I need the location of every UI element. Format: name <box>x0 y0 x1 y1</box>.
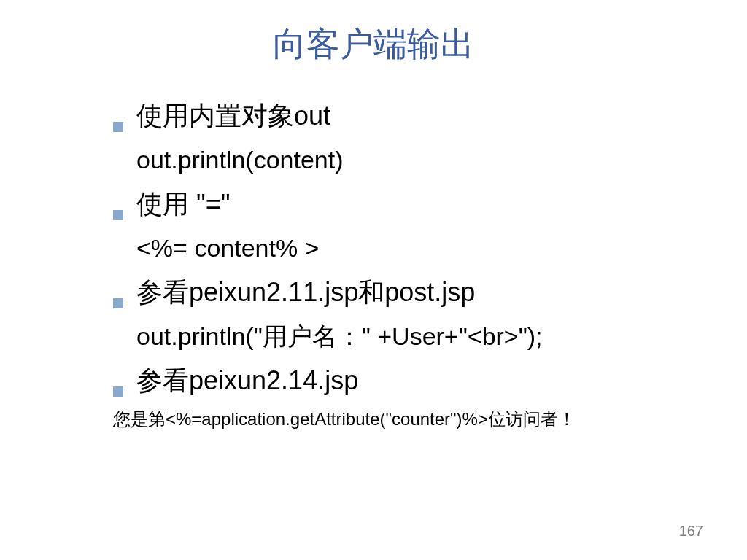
bullet-text: 参看peixun2.14.jsp <box>136 361 358 400</box>
list-item: 参看peixun2.11.jsp和post.jsp <box>113 273 718 312</box>
slide-content: 使用内置对象out out.println(content) 使用 "=" <%… <box>0 96 747 432</box>
bullet-icon <box>113 210 123 220</box>
bullet-text: 参看peixun2.11.jsp和post.jsp <box>136 273 475 312</box>
slide-title: 向客户端输出 <box>0 22 747 67</box>
small-text: 您是第<%=application.getAttribute("counter"… <box>113 406 718 432</box>
list-item: 使用内置对象out <box>113 96 718 136</box>
sub-text: out.println(content) <box>113 141 718 179</box>
bullet-icon <box>113 386 123 397</box>
list-item: 参看peixun2.14.jsp <box>113 361 718 400</box>
bullet-text: 使用 "=" <box>136 184 231 224</box>
bullet-icon <box>113 298 123 308</box>
sub-text: <%= content% > <box>113 230 718 267</box>
bullet-icon <box>113 122 123 132</box>
slide-container: 向客户端输出 使用内置对象out out.println(content) 使用… <box>0 0 747 560</box>
list-item: 使用 "=" <box>113 184 718 224</box>
sub-text: out.println("用户名：" +User+"<br>"); <box>113 318 718 355</box>
bullet-text: 使用内置对象out <box>136 96 330 136</box>
page-number: 167 <box>679 523 703 540</box>
